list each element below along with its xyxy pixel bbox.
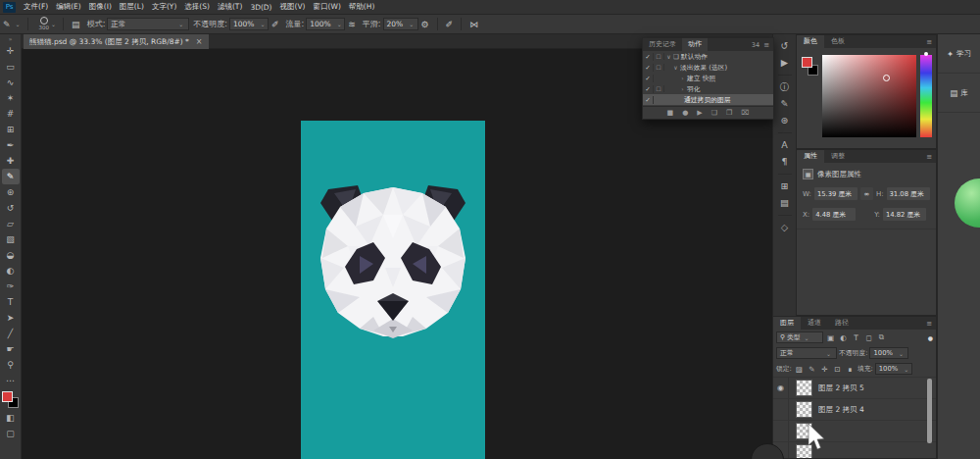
menu-help[interactable]: 帮助(H): [345, 2, 379, 12]
layer-row[interactable]: ◉ 图层 2 拷贝 5: [773, 378, 936, 399]
smoothing-gear-icon[interactable]: ⚙: [418, 20, 432, 29]
action-check-icon[interactable]: ✓: [643, 75, 654, 82]
panel-menu-icon[interactable]: ≡: [922, 153, 936, 161]
tab-swatches[interactable]: 色板: [824, 35, 852, 48]
brush-settings-panel-icon[interactable]: ✎: [781, 99, 789, 109]
eyedropper-tool[interactable]: ✒: [2, 137, 20, 153]
delete-button[interactable]: ⌧: [741, 109, 749, 117]
move-tool[interactable]: ✛: [2, 43, 20, 59]
menu-select[interactable]: 选择(S): [180, 2, 214, 12]
document-tab[interactable]: 熊猫猫.psd @ 33.3% (图层 2 拷贝, RGB/8#) * ×: [24, 34, 209, 49]
pressure-size-icon[interactable]: ✐: [443, 20, 457, 29]
panel-menu-icon[interactable]: ≡: [922, 38, 936, 46]
shape-filter-icon[interactable]: ◻: [863, 333, 874, 342]
menu-3d[interactable]: 3D(D): [246, 3, 275, 12]
h-field[interactable]: 31.08 厘米: [887, 187, 930, 200]
expand-arrow-icon[interactable]: ∨: [664, 53, 673, 60]
saturation-brightness-field[interactable]: [822, 55, 916, 137]
learn-panel-button[interactable]: ✦ 学习: [938, 34, 980, 74]
foreground-color-swatch[interactable]: [802, 57, 812, 68]
link-dimensions-icon[interactable]: ∞: [860, 187, 873, 200]
lock-artboard-icon[interactable]: ⊡: [832, 365, 843, 374]
menu-view[interactable]: 视图(V): [276, 2, 310, 12]
menu-window[interactable]: 窗口(W): [310, 2, 345, 12]
magic-wand-tool[interactable]: ✶: [2, 90, 20, 106]
action-check-icon[interactable]: ✓: [643, 53, 654, 61]
menu-type[interactable]: 文字(Y): [148, 2, 180, 12]
action-dialog-toggle[interactable]: ☐: [654, 64, 664, 71]
threed-panel-icon[interactable]: ◇: [781, 223, 788, 232]
lock-position-icon[interactable]: ✛: [819, 365, 830, 374]
pen-tool[interactable]: ✑: [2, 279, 20, 294]
type-tool[interactable]: T: [2, 294, 20, 310]
history-panel-icon[interactable]: ↺: [781, 41, 789, 51]
action-row-selected[interactable]: ✓ 通过拷贝的图层: [643, 94, 773, 105]
y-field[interactable]: 14.82 厘米: [883, 208, 926, 221]
visibility-eye-toggle[interactable]: [773, 399, 789, 420]
layer-filter-kind-select[interactable]: ⚲ 类型 ⌄: [776, 332, 823, 343]
blur-tool[interactable]: ◒: [2, 247, 20, 263]
flow-select[interactable]: 100% ⌄: [306, 18, 345, 30]
shape-tool[interactable]: ╱: [2, 326, 20, 341]
close-icon[interactable]: ×: [196, 37, 203, 46]
screen-mode-button[interactable]: ▢: [2, 426, 20, 441]
menu-layer[interactable]: 图层(L): [116, 2, 148, 12]
healing-brush-tool[interactable]: ✚: [2, 153, 20, 169]
brush-size-picker[interactable]: 300: [39, 17, 50, 31]
tab-channels[interactable]: 通道: [801, 317, 828, 330]
zoom-tool[interactable]: ⚲: [2, 357, 20, 373]
menu-filter[interactable]: 滤镜(T): [214, 2, 246, 12]
lock-all-icon[interactable]: ∎: [845, 365, 856, 374]
color-picker-marker[interactable]: [883, 75, 890, 81]
foreground-color-swatch[interactable]: [2, 391, 13, 402]
layer-row[interactable]: 图层 2 拷贝 4: [773, 399, 936, 421]
brush-preset-icon[interactable]: ✎: [0, 20, 14, 29]
path-select-tool[interactable]: ➤: [2, 310, 20, 326]
character-panel-icon[interactable]: A: [781, 140, 788, 150]
menu-file[interactable]: 文件(F): [20, 2, 52, 12]
action-dialog-toggle[interactable]: ☐: [654, 53, 664, 60]
layer-row[interactable]: [773, 421, 936, 442]
tab-properties[interactable]: 属性: [797, 150, 824, 163]
color-swatches[interactable]: [2, 391, 19, 408]
fill-select[interactable]: 100% ⌄: [875, 363, 912, 375]
libraries-panel-icon[interactable]: ▤: [780, 198, 789, 208]
stop-button[interactable]: ■: [667, 109, 674, 117]
pixel-filter-icon[interactable]: ▣: [825, 333, 836, 342]
menu-image[interactable]: 图像(I): [85, 2, 116, 12]
expand-arrow-icon[interactable]: ›: [678, 85, 687, 92]
brush-size-caret-icon[interactable]: ⌄: [49, 21, 58, 27]
paragraph-panel-icon[interactable]: ¶: [781, 157, 787, 167]
tab-color[interactable]: 颜色: [797, 35, 824, 48]
x-field[interactable]: 4.48 厘米: [812, 208, 856, 221]
smoothing-select[interactable]: 20% ⌄: [383, 18, 418, 30]
clone-source-panel-icon[interactable]: ⊛: [781, 116, 789, 126]
expand-arrow-icon[interactable]: ›: [678, 75, 687, 81]
brush-panel-toggle-icon[interactable]: ▤: [69, 20, 83, 29]
actions-panel-icon[interactable]: ▶: [781, 58, 788, 68]
toolbar-collapse-icon[interactable]: »: [9, 35, 13, 43]
quick-mask-button[interactable]: ◧: [2, 410, 20, 426]
document-canvas[interactable]: [301, 121, 485, 459]
lasso-tool[interactable]: ∿: [2, 75, 20, 90]
w-field[interactable]: 15.39 厘米: [814, 187, 858, 200]
tab-history[interactable]: 历史记录: [643, 38, 682, 51]
type-filter-icon[interactable]: T: [851, 333, 861, 342]
action-check-icon[interactable]: ✓: [643, 85, 654, 93]
hand-tool[interactable]: ☛: [2, 341, 20, 357]
visibility-eye-icon[interactable]: ◉: [773, 378, 789, 398]
lock-pixels-icon[interactable]: ✎: [807, 365, 817, 374]
gradient-tool[interactable]: ▧: [2, 231, 20, 247]
frame-tool[interactable]: ⊞: [2, 122, 20, 137]
adjustment-filter-icon[interactable]: ◐: [838, 333, 849, 342]
action-row[interactable]: ✓ ☐ ∨ 淡出效果 (选区): [643, 62, 773, 73]
tab-layers[interactable]: 图层: [773, 317, 801, 330]
brush-preset-caret-icon[interactable]: ⌄: [14, 21, 23, 27]
panel-menu-icon[interactable]: ≡: [922, 320, 936, 328]
airbrush-icon[interactable]: ≋: [345, 20, 359, 29]
folder-button[interactable]: ❏: [711, 109, 717, 117]
record-button[interactable]: ●: [682, 109, 688, 117]
export-panel-icon[interactable]: ⊞: [781, 181, 789, 191]
pressure-opacity-icon[interactable]: ✐: [269, 20, 282, 29]
crop-tool[interactable]: #: [2, 106, 20, 122]
